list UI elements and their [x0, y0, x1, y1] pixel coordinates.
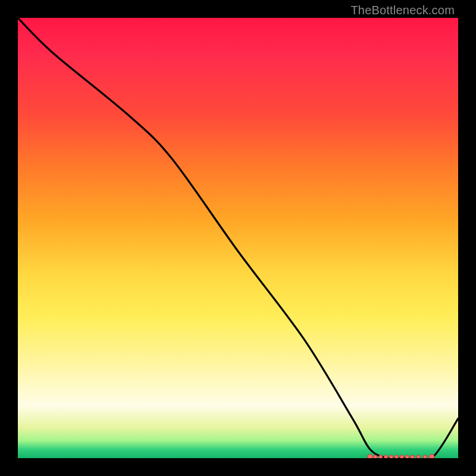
marker-dot: [416, 455, 420, 458]
plot-area: [18, 18, 458, 458]
marker-dot: [423, 455, 427, 458]
chart-frame: TheBottleneck.com: [0, 0, 476, 476]
chart-svg: [18, 18, 458, 458]
marker-dot: [384, 455, 387, 458]
attribution-text: TheBottleneck.com: [350, 4, 455, 17]
data-curve: [18, 18, 458, 458]
marker-dot: [429, 455, 434, 459]
marker-dot: [400, 455, 403, 458]
marker-dot: [368, 455, 373, 459]
marker-dot: [394, 455, 398, 458]
marker-dot: [411, 455, 414, 458]
marker-dot: [379, 455, 383, 458]
marker-dot: [374, 455, 377, 458]
marker-dot: [389, 455, 393, 458]
marker-dot: [405, 455, 409, 458]
